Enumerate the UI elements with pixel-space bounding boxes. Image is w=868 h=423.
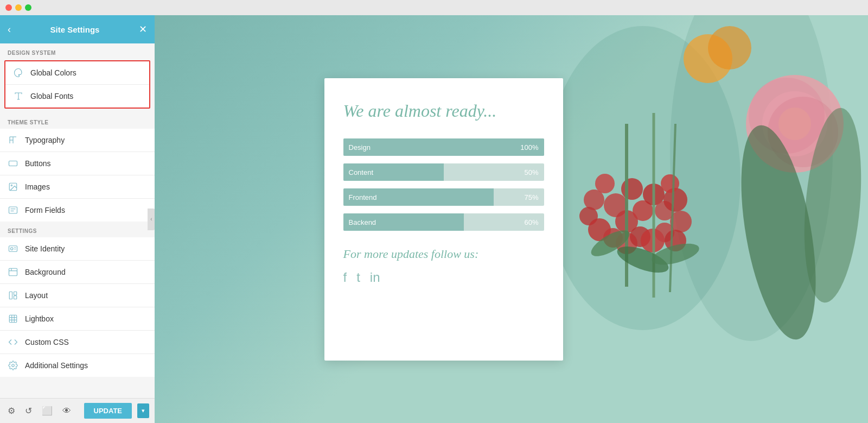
heading-icon <box>8 135 18 146</box>
design-system-section: Global Colors Global Fonts <box>4 60 150 109</box>
svg-rect-13 <box>14 296 17 299</box>
settings-section: Site Identity Background <box>0 237 155 377</box>
collapse-handle[interactable]: ‹ <box>148 209 155 230</box>
sidebar-item-background[interactable]: Background <box>0 261 155 284</box>
frontend-pct: 75% <box>524 193 538 201</box>
global-colors-label: Global Colors <box>30 68 76 77</box>
settings-toolbar-btn[interactable]: ⚙ <box>5 403 17 418</box>
theme-style-label: THEME STYLE <box>0 113 155 129</box>
sidebar-item-buttons[interactable]: Buttons <box>0 152 155 175</box>
sidebar-toolbar: ⚙ ↺ ⬜ 👁 UPDATE ▾ <box>0 398 155 423</box>
title-bar <box>0 0 868 15</box>
svg-rect-14 <box>9 315 17 323</box>
layout-label: Layout <box>25 291 48 300</box>
facebook-icon[interactable]: f <box>343 270 347 285</box>
svg-rect-10 <box>9 268 17 276</box>
close-traffic-light[interactable] <box>5 4 12 11</box>
palette-icon <box>13 67 24 78</box>
sidebar-item-additional-settings[interactable]: Additional Settings <box>0 354 155 377</box>
app-body: ‹ Site Settings ✕ DESIGN SYSTEM Global C… <box>0 15 868 423</box>
design-system-label: DESIGN SYSTEM <box>0 43 155 59</box>
font-icon <box>13 91 24 102</box>
main-content: We are almost ready... Design 100% Conte… <box>155 15 868 423</box>
site-identity-label: Site Identity <box>25 244 65 253</box>
sidebar: ‹ Site Settings ✕ DESIGN SYSTEM Global C… <box>0 15 155 423</box>
progress-bar-content: Content 50% <box>343 163 544 181</box>
background-icon <box>8 267 18 277</box>
settings-icon <box>8 360 18 371</box>
form-icon <box>8 205 18 216</box>
twitter-icon[interactable]: t <box>356 270 360 285</box>
history-toolbar-btn[interactable]: ↺ <box>23 403 34 418</box>
sidebar-item-form-fields[interactable]: Form Fields <box>0 199 155 222</box>
svg-rect-11 <box>9 292 12 299</box>
identity-icon <box>8 243 18 254</box>
sidebar-item-custom-css[interactable]: Custom CSS <box>0 331 155 354</box>
progress-bar-frontend: Frontend 75% <box>343 188 544 206</box>
sidebar-item-global-colors[interactable]: Global Colors <box>5 61 149 85</box>
sidebar-header: ‹ Site Settings ✕ <box>0 15 155 43</box>
backend-label: Backend <box>349 218 376 226</box>
preview-toolbar-btn[interactable]: 👁 <box>60 404 73 418</box>
progress-bar-design: Design 100% <box>343 138 544 156</box>
frontend-label: Frontend <box>349 193 377 201</box>
additional-settings-label: Additional Settings <box>25 361 88 370</box>
content-pct: 50% <box>524 168 538 176</box>
design-label: Design <box>349 143 371 151</box>
content-label: Content <box>349 168 374 176</box>
typography-label: Typography <box>25 136 65 144</box>
preview-subtitle: For more updates follow us: <box>343 247 544 261</box>
close-button[interactable]: ✕ <box>139 24 147 34</box>
sidebar-item-global-fonts[interactable]: Global Fonts <box>5 85 149 108</box>
sidebar-item-site-identity[interactable]: Site Identity <box>0 237 155 261</box>
minimize-traffic-light[interactable] <box>15 4 22 11</box>
sidebar-item-lightbox[interactable]: Lightbox <box>0 307 155 331</box>
sidebar-item-typography[interactable]: Typography <box>0 129 155 152</box>
preview-card: We are almost ready... Design 100% Conte… <box>324 78 563 361</box>
preview-title: We are almost ready... <box>343 100 544 123</box>
design-pct: 100% <box>520 143 538 151</box>
sidebar-item-layout[interactable]: Layout <box>0 284 155 307</box>
update-button[interactable]: UPDATE <box>84 403 132 419</box>
linkedin-icon[interactable]: in <box>370 270 380 285</box>
layout-icon <box>8 290 18 301</box>
svg-point-19 <box>12 364 15 367</box>
image-icon <box>8 181 18 192</box>
progress-bar-backend: Backend 60% <box>343 213 544 231</box>
update-dropdown-button[interactable]: ▾ <box>137 403 149 418</box>
images-label: Images <box>25 182 50 191</box>
settings-label: SETTINGS <box>0 222 155 237</box>
theme-style-section: Typography Buttons Image <box>0 129 155 222</box>
svg-point-9 <box>11 248 14 250</box>
sidebar-item-images[interactable]: Images <box>0 175 155 199</box>
responsive-toolbar-btn[interactable]: ⬜ <box>40 403 55 418</box>
svg-rect-5 <box>9 207 17 213</box>
lightbox-label: Lightbox <box>25 314 54 323</box>
backend-pct: 60% <box>524 218 538 226</box>
svg-rect-2 <box>9 161 17 166</box>
background-label: Background <box>25 268 66 276</box>
css-icon <box>8 337 18 348</box>
form-fields-label: Form Fields <box>25 206 65 214</box>
lightbox-icon <box>8 313 18 324</box>
svg-point-4 <box>11 185 12 186</box>
custom-css-label: Custom CSS <box>25 338 69 346</box>
sidebar-title: Site Settings <box>11 25 139 34</box>
maximize-traffic-light[interactable] <box>25 4 31 11</box>
svg-rect-12 <box>14 292 17 295</box>
buttons-label: Buttons <box>25 159 50 168</box>
button-icon <box>8 158 18 169</box>
global-fonts-label: Global Fonts <box>30 92 73 100</box>
social-icons: f t in <box>343 270 544 285</box>
